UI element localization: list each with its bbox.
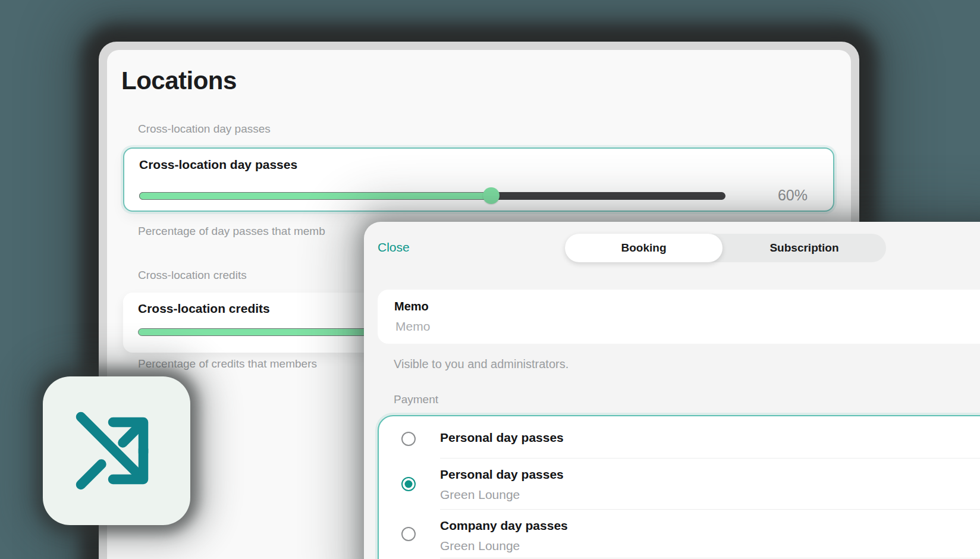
payment-option-title: Personal day passes xyxy=(440,467,564,482)
cross-location-feature-card xyxy=(43,376,190,525)
credits-card-title: Cross-location credits xyxy=(138,302,270,316)
close-button[interactable]: Close xyxy=(378,240,410,255)
booking-subscription-segmented-control: Booking Subscription xyxy=(565,234,886,262)
radio-company-day-passes[interactable] xyxy=(401,527,416,541)
credits-section-label: Cross-location credits xyxy=(138,269,247,282)
credits-helper-text: Percentage of credits that members xyxy=(138,357,317,370)
day-passes-helper-text: Percentage of day passes that memb xyxy=(138,225,325,238)
payment-option-title: Company day passes xyxy=(440,519,568,533)
payment-section-label: Payment xyxy=(394,393,438,406)
memo-helper-text: Visible to you and administrators. xyxy=(394,357,568,371)
credits-slider[interactable] xyxy=(138,328,375,336)
row-divider xyxy=(440,458,980,458)
day-passes-slider[interactable] xyxy=(139,192,725,200)
day-passes-slider-fill xyxy=(139,192,491,200)
shuffle-arrows-icon xyxy=(72,403,161,498)
page-title: Locations xyxy=(121,67,237,95)
payment-option-subtitle: Green Lounge xyxy=(440,488,520,502)
day-passes-slider-card: Cross-location day passes 60% xyxy=(123,147,834,212)
day-passes-section-label: Cross-location day passes xyxy=(138,123,271,136)
tab-booking[interactable]: Booking xyxy=(565,234,723,262)
day-passes-slider-value: 60% xyxy=(778,187,808,204)
row-divider xyxy=(440,509,980,510)
day-passes-card-title: Cross-location day passes xyxy=(139,158,297,172)
booking-modal: Close Booking Subscription Memo Visible … xyxy=(364,222,980,559)
tab-subscription[interactable]: Subscription xyxy=(723,234,886,262)
payment-option-subtitle: Green Lounge xyxy=(440,539,520,553)
memo-label: Memo xyxy=(394,300,429,313)
radio-personal-day-passes-green-lounge[interactable] xyxy=(401,477,416,491)
payment-options-card: Personal day passes Personal day passes … xyxy=(378,415,980,559)
memo-card: Memo xyxy=(378,290,980,344)
day-passes-slider-thumb[interactable] xyxy=(483,187,500,204)
row-divider xyxy=(440,558,980,558)
memo-input[interactable] xyxy=(394,319,929,334)
marketing-canvas: Locations Cross-location day passes Cros… xyxy=(0,0,980,559)
payment-option-title: Personal day passes xyxy=(440,431,564,445)
radio-personal-day-passes[interactable] xyxy=(401,432,416,446)
